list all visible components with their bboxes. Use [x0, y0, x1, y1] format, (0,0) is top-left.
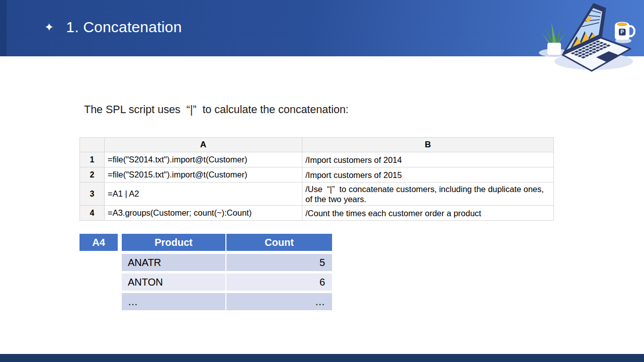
- column-header-b: B: [302, 138, 554, 152]
- cell-b3: /Use “|” to concatenate customers, inclu…: [302, 183, 554, 206]
- cell-a2: =file("S2015.txt").import@t(Customer): [105, 167, 302, 183]
- cell-a4: =A3.groups(Customer; count(~):Count): [105, 206, 302, 221]
- count-cell: 5: [226, 254, 332, 271]
- row-number: 3: [80, 183, 105, 206]
- column-header-a: A: [105, 138, 302, 152]
- table-row: 1 =file("S2014.txt").import@t(Customer) …: [80, 152, 554, 167]
- table-row: ANATR 5: [79, 254, 332, 271]
- cell-a3: =A1 | A2: [105, 183, 302, 206]
- cell-b1: /Import customers of 2014: [302, 152, 554, 167]
- cell-a1: =file("S2014.txt").import@t(Customer): [105, 152, 302, 167]
- header-left-edge: [0, 0, 7, 56]
- table-row: 3 =A1 | A2 /Use “|” to concatenate custo…: [80, 183, 554, 206]
- column-header-product: Product: [122, 234, 225, 251]
- column-header-count: Count: [226, 234, 332, 251]
- table-row: 4 =A3.groups(Customer; count(~):Count) /…: [80, 206, 554, 221]
- page-title: 1. Concatenation: [66, 19, 182, 36]
- sparkle-icon: ✦: [44, 22, 54, 33]
- laptop-illustration: P: [529, 1, 640, 76]
- code-table-header-row: A B: [80, 138, 554, 152]
- result-table-header-row: A4 Product Count: [79, 234, 332, 251]
- result-table: A4 Product Count ANATR 5 ANTON 6 … …: [79, 234, 332, 310]
- mug-logo-text: P: [620, 29, 624, 35]
- table-row: ANTON 6: [79, 274, 332, 291]
- row-number: 4: [80, 206, 105, 221]
- row-spacer: [79, 293, 122, 310]
- row-spacer: [79, 274, 122, 291]
- cell-b2: /Import customers of 2015: [302, 167, 554, 183]
- intro-text: The SPL script uses “|” to calculate the…: [84, 104, 349, 116]
- row-number: 1: [80, 152, 105, 167]
- row-number: 2: [80, 167, 105, 183]
- count-cell: …: [226, 293, 332, 310]
- mug-icon: P: [615, 22, 634, 44]
- header-content: ✦ 1. Concatenation: [44, 0, 182, 54]
- cell-ref-badge: A4: [79, 234, 118, 251]
- cell-b4: /Count the times each customer order a p…: [302, 206, 554, 221]
- product-cell: ANATR: [122, 254, 225, 271]
- spl-code-table: A B 1 =file("S2014.txt").import@t(Custom…: [79, 137, 554, 221]
- table-row: … …: [79, 293, 332, 310]
- count-cell: 6: [226, 274, 332, 291]
- product-cell: …: [122, 293, 225, 310]
- table-row: 2 =file("S2015.txt").import@t(Customer) …: [80, 167, 554, 183]
- product-cell: ANTON: [122, 274, 225, 291]
- row-spacer: [79, 254, 122, 271]
- footer-bar: [0, 354, 644, 362]
- corner-cell: [80, 138, 105, 152]
